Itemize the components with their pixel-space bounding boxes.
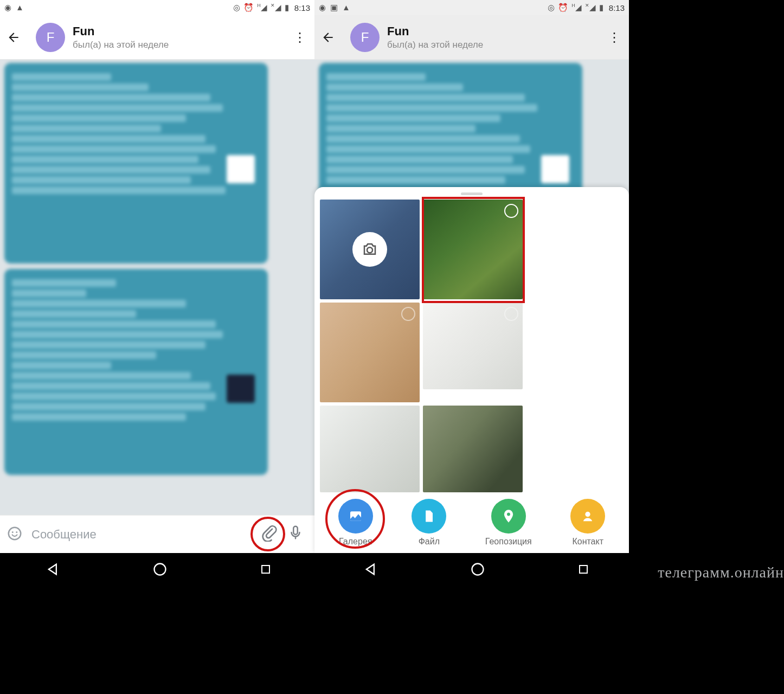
nav-recents-button[interactable] <box>577 563 590 576</box>
svg-rect-11 <box>580 566 587 573</box>
battery-icon: ▮ <box>285 3 289 12</box>
attach-action-label: Геопозиция <box>485 537 532 547</box>
avatar-letter: F <box>361 30 369 45</box>
chat-header: F Fun был(а) на этой неделе ⋮ <box>314 15 629 60</box>
contact-title-block[interactable]: Fun был(а) на этой неделе <box>387 24 606 50</box>
attach-action-label: Контакт <box>572 537 603 547</box>
back-button[interactable] <box>321 30 343 44</box>
attach-contact-button[interactable]: Контакт <box>570 499 605 547</box>
back-button[interactable] <box>7 30 28 44</box>
camera-icon <box>352 232 387 267</box>
svg-point-7 <box>586 512 590 517</box>
voice-button[interactable] <box>287 524 308 545</box>
status-bar: ◉ ▲ ◎ ⏰ H◢ ✕◢ ▮ 8:13 <box>0 0 314 15</box>
attach-actions-row: Галерея Файл Геопозиция Контакт <box>317 492 627 549</box>
chat-messages[interactable] <box>0 60 314 515</box>
nav-recents-button[interactable] <box>259 563 272 576</box>
clock-text: 8:13 <box>294 3 310 12</box>
music-icon: ◉ <box>4 3 11 12</box>
contact-name: Fun <box>73 24 292 38</box>
photo-thumbnail[interactable] <box>320 406 420 492</box>
watermark-text: телеграмм.онлайн <box>658 564 784 692</box>
message-input[interactable] <box>31 528 254 542</box>
attach-action-label: Файл <box>419 537 440 547</box>
clock-text: 8:13 <box>609 3 625 12</box>
svg-rect-3 <box>293 526 298 534</box>
attach-button[interactable] <box>260 524 281 545</box>
signal2-icon: ✕◢ <box>271 3 281 12</box>
photo-thumbnail[interactable] <box>423 200 523 299</box>
svg-point-6 <box>507 513 510 516</box>
alarm-icon: ⏰ <box>558 3 568 12</box>
nav-home-button[interactable] <box>470 562 485 577</box>
warning-icon: ▲ <box>16 3 24 12</box>
message-bubble[interactable] <box>4 63 268 264</box>
panel-drag-handle[interactable] <box>461 192 483 195</box>
select-indicator[interactable] <box>504 307 518 321</box>
signal-icon: H◢ <box>257 3 267 12</box>
message-input-bar <box>0 515 314 553</box>
select-indicator[interactable] <box>401 307 415 321</box>
screen-right: ◉ ▣ ▲ ◎ ⏰ H◢ ✕◢ ▮ 8:13 F Fun был(а) на э… <box>314 0 629 553</box>
svg-rect-9 <box>262 566 269 573</box>
signal-icon: H◢ <box>571 3 582 12</box>
svg-point-2 <box>16 531 17 533</box>
contact-status: был(а) на этой неделе <box>387 40 606 50</box>
message-bubble[interactable] <box>4 269 268 475</box>
nav-back-button[interactable] <box>363 562 378 577</box>
overflow-menu-button[interactable]: ⋮ <box>606 30 622 45</box>
nav-home-button[interactable] <box>152 562 168 577</box>
image-icon: ▣ <box>330 3 338 12</box>
nav-back-button[interactable] <box>46 562 61 577</box>
open-camera-tile[interactable] <box>320 200 420 299</box>
status-bar: ◉ ▣ ▲ ◎ ⏰ H◢ ✕◢ ▮ 8:13 <box>314 0 629 15</box>
recent-photos-grid <box>317 200 627 492</box>
alarm-icon: ⏰ <box>243 3 254 12</box>
file-icon <box>412 499 446 534</box>
emoji-button[interactable] <box>7 525 25 544</box>
attachment-panel: Галерея Файл Геопозиция Контакт <box>314 187 629 553</box>
svg-point-4 <box>367 247 372 253</box>
svg-point-8 <box>154 564 165 575</box>
attach-location-button[interactable]: Геопозиция <box>485 499 532 547</box>
cast-icon: ◎ <box>233 3 240 12</box>
location-icon <box>491 499 526 534</box>
android-nav-bar <box>0 553 640 586</box>
attach-gallery-button[interactable]: Галерея <box>338 499 373 547</box>
svg-point-0 <box>9 527 21 539</box>
contact-icon <box>570 499 605 534</box>
contact-avatar[interactable]: F <box>36 23 65 52</box>
contact-status: был(а) на этой неделе <box>73 40 292 50</box>
contact-title-block[interactable]: Fun был(а) на этой неделе <box>73 24 292 50</box>
screen-left: ◉ ▲ ◎ ⏰ H◢ ✕◢ ▮ 8:13 F Fun был(а) на это… <box>0 0 314 553</box>
contact-avatar[interactable]: F <box>350 23 380 52</box>
signal2-icon: ✕◢ <box>585 3 596 12</box>
photo-thumbnail[interactable] <box>320 303 420 402</box>
attach-file-button[interactable]: Файл <box>412 499 446 547</box>
contact-name: Fun <box>387 24 606 38</box>
warning-icon: ▲ <box>342 3 350 12</box>
chat-header: F Fun был(а) на этой неделе ⋮ <box>0 15 314 60</box>
attach-action-label: Галерея <box>339 537 372 547</box>
photo-thumbnail[interactable] <box>423 406 523 492</box>
avatar-letter: F <box>47 30 55 45</box>
select-indicator[interactable] <box>504 204 518 218</box>
battery-icon: ▮ <box>599 3 603 12</box>
svg-point-1 <box>12 531 14 533</box>
gallery-icon <box>338 499 373 534</box>
svg-point-10 <box>472 564 483 575</box>
photo-thumbnail[interactable] <box>423 303 523 389</box>
cast-icon: ◎ <box>548 3 555 12</box>
music-icon: ◉ <box>319 3 326 12</box>
overflow-menu-button[interactable]: ⋮ <box>292 30 308 45</box>
